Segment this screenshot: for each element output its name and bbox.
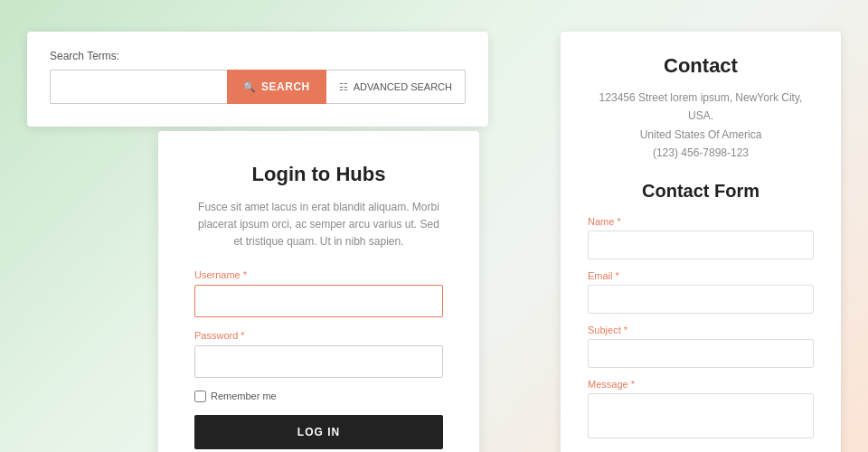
remember-row: Remember me bbox=[194, 391, 443, 402]
login-description: Fusce sit amet lacus in erat blandit ali… bbox=[194, 199, 443, 251]
remember-me-label: Remember me bbox=[211, 391, 277, 401]
advanced-search-button[interactable]: ☷ ADVANCED SEARCH bbox=[326, 70, 466, 104]
search-icon: 🔍 bbox=[243, 81, 257, 93]
contact-message-label: Message * bbox=[588, 379, 814, 390]
address-line1: 123456 Street lorem ipsum, NewYork City,… bbox=[588, 89, 814, 126]
address-line2: United States Of America bbox=[588, 126, 814, 144]
contact-email-input[interactable] bbox=[588, 285, 814, 314]
username-label: Username * bbox=[194, 269, 443, 280]
username-input[interactable] bbox=[194, 285, 443, 317]
login-card: Login to Hubs Fusce sit amet lacus in er… bbox=[158, 131, 479, 452]
search-card: Search Terms: 🔍 SEARCH ☷ ADVANCED SEARCH bbox=[27, 32, 488, 127]
grid-icon: ☷ bbox=[339, 81, 348, 93]
contact-subject-label: Subject * bbox=[588, 325, 814, 335]
contact-name-input[interactable] bbox=[588, 231, 814, 259]
contact-form-title: Contact Form bbox=[588, 181, 814, 202]
contact-message-textarea[interactable] bbox=[588, 393, 814, 438]
password-input[interactable] bbox=[194, 345, 443, 378]
contact-card: Contact 123456 Street lorem ipsum, NewYo… bbox=[561, 32, 841, 452]
search-terms-label: Search Terms: bbox=[50, 50, 466, 62]
search-row: 🔍 SEARCH ☷ ADVANCED SEARCH bbox=[50, 70, 466, 104]
phone: (123) 456-7898-123 bbox=[588, 144, 814, 162]
contact-title: Contact bbox=[588, 54, 814, 78]
contact-email-label: Email * bbox=[588, 270, 814, 281]
contact-info: 123456 Street lorem ipsum, NewYork City,… bbox=[588, 89, 814, 163]
contact-subject-input[interactable] bbox=[588, 339, 814, 368]
login-title: Login to Hubs bbox=[194, 163, 443, 186]
search-input[interactable] bbox=[50, 70, 227, 104]
contact-name-label: Name * bbox=[588, 216, 814, 227]
search-button[interactable]: 🔍 SEARCH bbox=[227, 70, 326, 104]
login-button[interactable]: LOG IN bbox=[194, 415, 443, 449]
remember-me-checkbox[interactable] bbox=[194, 391, 206, 402]
password-label: Password * bbox=[194, 330, 443, 341]
